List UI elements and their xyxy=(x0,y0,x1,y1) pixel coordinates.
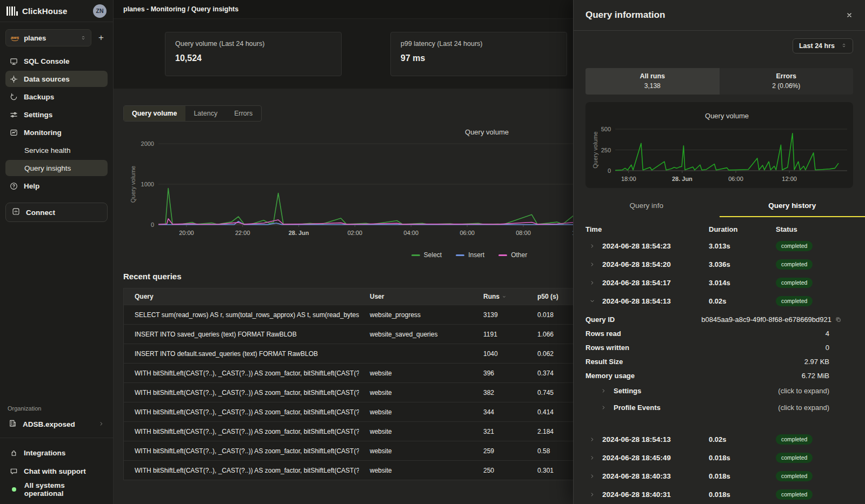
chevron-right-icon[interactable] xyxy=(589,455,595,461)
detail-row-rows-written: Rows written0 xyxy=(585,340,853,354)
sidebar-item-label: Service health xyxy=(24,146,71,154)
expandable-label: Settings xyxy=(614,387,641,395)
chevron-right-icon[interactable] xyxy=(589,243,595,249)
legend-label: Insert xyxy=(468,251,484,259)
runs-cell: 1040 xyxy=(473,350,527,358)
legend-item-insert[interactable]: Insert xyxy=(456,251,484,259)
detail-row-result-size: Result Size2.97 KB xyxy=(585,354,853,368)
query-cell: INSERT INTO default.saved_queries (text)… xyxy=(124,350,359,358)
backups-icon xyxy=(10,93,18,101)
chevron-right-icon xyxy=(601,388,607,394)
time-range-select[interactable]: Last 24 hrs xyxy=(793,38,853,53)
sidebar-item-label: Query insights xyxy=(24,164,71,172)
chevron-right-icon[interactable] xyxy=(589,473,595,479)
connect-button[interactable]: Connect xyxy=(5,203,108,222)
sidebar-item-backups[interactable]: Backups xyxy=(5,89,108,105)
history-row[interactable]: 2024-06-28 18:40:310.018scompleted xyxy=(585,485,853,503)
sidebar-footer: IntegrationsChat with supportAll systems… xyxy=(5,445,108,498)
run-duration: 0.018s xyxy=(709,472,776,480)
sidebar-item-label: Backups xyxy=(24,93,54,101)
chat-icon xyxy=(10,467,18,475)
column-header-user[interactable]: User xyxy=(359,293,473,300)
run-duration: 0.018s xyxy=(709,490,776,499)
range-row: Last 24 hrs xyxy=(585,38,853,53)
status-badge: completed xyxy=(776,278,813,288)
column-header-query[interactable]: Query xyxy=(124,293,359,300)
copy-icon[interactable] xyxy=(835,317,841,322)
add-service-button[interactable]: + xyxy=(95,32,108,43)
column-header-runs[interactable]: Runs xyxy=(473,293,527,300)
detail-label: Rows read xyxy=(585,330,621,338)
history-row[interactable]: 2024-06-28 18:40:330.018scompleted xyxy=(585,467,853,485)
panel-chart-card: Query volumeQuery volume025050018:0028. … xyxy=(585,102,853,188)
sidebar-item-settings[interactable]: Settings xyxy=(5,106,108,123)
panel-tab-query-info[interactable]: Query info xyxy=(574,196,720,217)
tab-errors[interactable]: Errors xyxy=(226,106,261,121)
tab-query-volume[interactable]: Query volume xyxy=(124,106,185,121)
chevron-right-icon[interactable] xyxy=(589,261,595,267)
runs-cell: 259 xyxy=(473,447,527,455)
history-row[interactable]: 2024-06-28 18:54:130.02scompleted xyxy=(585,430,853,448)
sidebar-item-integrations[interactable]: Integrations xyxy=(5,445,108,461)
sidebar-item-help[interactable]: Help xyxy=(5,178,108,194)
svg-text:0: 0 xyxy=(151,221,154,228)
sidebar-item-data-sources[interactable]: Data sources xyxy=(5,71,108,87)
detail-row-rows-read: Rows read4 xyxy=(585,326,853,340)
query-cell: SELECT sum(read_rows) AS r, sum(total_ro… xyxy=(124,311,359,319)
run-duration: 0.018s xyxy=(709,454,776,462)
sidebar-item-label: Data sources xyxy=(24,75,70,83)
segment-errors[interactable]: Errors2 (0.06%) xyxy=(720,68,854,95)
chevron-right-icon[interactable] xyxy=(589,492,595,498)
svg-text:2000: 2000 xyxy=(141,140,154,147)
close-icon[interactable] xyxy=(846,11,853,19)
history-row[interactable]: 2024-06-28 18:54:130.02scompleted xyxy=(585,292,853,310)
service-selector[interactable]: aws planes xyxy=(5,29,91,46)
sidebar-item-chat-support[interactable]: Chat with support xyxy=(5,463,108,479)
runs-cell: 344 xyxy=(473,408,527,416)
run-timestamp: 2024-06-28 18:40:33 xyxy=(602,472,671,480)
sidebar-item-sql-console[interactable]: SQL Console xyxy=(5,53,108,69)
chevron-right-icon[interactable] xyxy=(589,280,595,286)
sidebar-item-monitoring[interactable]: Monitoring xyxy=(5,124,108,140)
history-row[interactable]: 2024-06-28 18:54:173.014scompleted xyxy=(585,273,853,292)
svg-text:28. Jun: 28. Jun xyxy=(672,176,693,182)
status-badge: completed xyxy=(776,259,813,270)
console-icon xyxy=(10,57,18,65)
close-icon[interactable] xyxy=(846,11,853,19)
stat-label: Query volume (Last 24 hours) xyxy=(175,40,331,48)
runs-cell: 3139 xyxy=(473,311,527,319)
status-badge: completed xyxy=(776,296,813,306)
svg-text:Query volume: Query volume xyxy=(465,128,509,136)
legend-item-other[interactable]: Other xyxy=(498,251,527,259)
history-row[interactable]: 2024-06-28 18:54:203.036scompleted xyxy=(585,255,853,273)
run-duration: 3.036s xyxy=(709,260,776,268)
expandable-profile-events[interactable]: Profile Events(click to expand) xyxy=(585,399,853,416)
tab-latency[interactable]: Latency xyxy=(185,106,226,121)
legend-item-select[interactable]: Select xyxy=(411,251,442,259)
history-row[interactable]: 2024-06-28 18:54:233.013scompleted xyxy=(585,237,853,255)
settings-icon xyxy=(10,111,18,119)
panel-tab-query-history[interactable]: Query history xyxy=(720,196,865,217)
sidebar-item-query-insights[interactable]: Query insights xyxy=(5,160,108,176)
chevron-right-icon[interactable] xyxy=(589,436,595,442)
expandable-label: Profile Events xyxy=(614,404,661,412)
query-cell: WITH bitShiftLeft(CAST(?..), _CAST(?..))… xyxy=(124,428,359,435)
stat-value: 10,524 xyxy=(175,53,331,63)
expand-hint: (click to expand) xyxy=(778,404,829,412)
run-duration: 3.013s xyxy=(709,242,776,250)
organization-row[interactable]: ADSB.exposed xyxy=(5,416,108,432)
history-row[interactable]: 2024-06-28 18:45:490.018scompleted xyxy=(585,448,853,467)
sidebar-item-service-health[interactable]: Service health xyxy=(5,142,108,158)
expandable-settings[interactable]: Settings(click to expand) xyxy=(585,382,853,399)
sidebar-item-system-status[interactable]: All systems operational xyxy=(5,481,108,498)
svg-text:22:00: 22:00 xyxy=(235,230,250,236)
svg-text:Query volume: Query volume xyxy=(705,112,749,120)
spacer xyxy=(5,222,108,405)
run-timestamp: 2024-06-28 18:54:13 xyxy=(602,297,671,305)
query-cell: WITH bitShiftLeft(CAST(?..), _CAST(?..))… xyxy=(124,447,359,455)
status-badge: completed xyxy=(776,241,813,251)
user-avatar[interactable]: ZN xyxy=(93,4,107,18)
query-cell: WITH bitShiftLeft(CAST(?..), _CAST(?..))… xyxy=(124,408,359,416)
chevron-down-icon[interactable] xyxy=(589,298,595,304)
segment-all-runs[interactable]: All runs3,138 xyxy=(585,68,720,95)
